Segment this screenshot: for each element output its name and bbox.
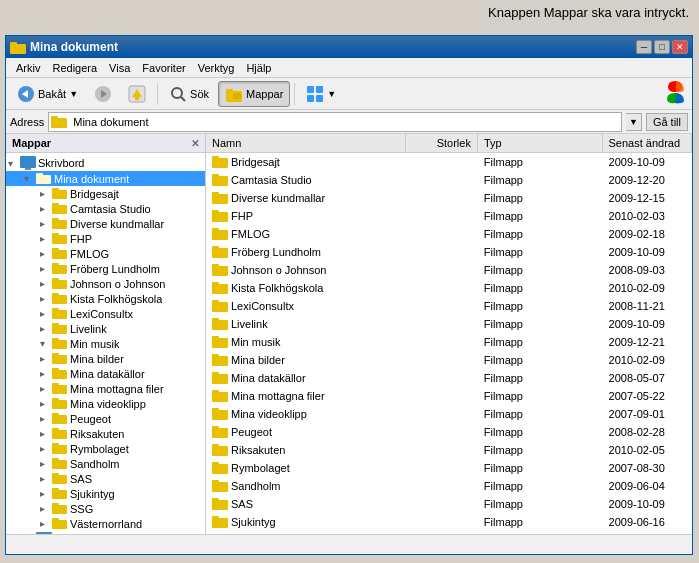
folders-button[interactable]: Mappar [218,81,290,107]
col-header-name[interactable]: Namn [206,134,406,152]
tree-item[interactable]: ▸ Mina mottagna filer [6,381,205,396]
tree-item[interactable]: ▸ FHP [6,231,205,246]
col-header-size[interactable]: Storlek [406,134,478,152]
tree-label: SAS [70,473,92,485]
address-dropdown[interactable]: ▼ [626,113,642,131]
file-type-cell: Filmapp [478,317,603,331]
file-row[interactable]: Fröberg Lundholm Filmapp 2009-10-09 [206,243,692,261]
tree-item[interactable]: ▸ Sjukintyg [6,486,205,501]
file-row[interactable]: Kista Folkhögskola Filmapp 2010-02-09 [206,279,692,297]
svg-rect-44 [52,308,59,312]
up-button[interactable] [121,81,153,107]
col-header-date[interactable]: Senast ändrad [603,134,692,152]
folder-icon [52,457,68,470]
tree-item[interactable]: ▸ Bridgesajt [6,186,205,201]
tree-item[interactable]: ▸ Fröberg Lundholm [6,261,205,276]
tree-container[interactable]: ▾ Skrivbord ▾ Mina dokument ▸ Bridgesajt… [6,153,205,534]
tree-item[interactable]: ▸ Mina datakällor [6,366,205,381]
file-name-cell: Peugeot [206,424,406,440]
menu-arkiv[interactable]: Arkiv [10,60,46,76]
file-date-cell: 2010-02-09 [603,281,692,295]
tree-item[interactable]: ▸ Västernorrland [6,516,205,531]
tree-item[interactable]: ▸ Mina videoklipp [6,396,205,411]
file-name-cell: Mina mottagna filer [206,388,406,404]
address-value[interactable]: Mina dokument [69,116,621,128]
tree-item[interactable]: ▾ Skrivbord [6,155,205,171]
menu-visa[interactable]: Visa [103,60,136,76]
file-row[interactable]: Mina bilder Filmapp 2010-02-09 [206,351,692,369]
tree-item[interactable]: ▸ Diverse kundmallar [6,216,205,231]
tree-item[interactable]: ▸ SAS [6,471,205,486]
tree-item[interactable]: ▸ Rymbolaget [6,441,205,456]
menu-favoriter[interactable]: Favoriter [136,60,191,76]
tree-item[interactable]: ▸ Mina bilder [6,351,205,366]
menu-verktyg[interactable]: Verktyg [192,60,241,76]
file-row[interactable]: Sandholm Filmapp 2009-06-04 [206,477,692,495]
expand-icon: ▸ [40,368,52,379]
tree-label: Mina datakällor [70,368,145,380]
maximize-button[interactable]: □ [654,40,670,54]
forward-button[interactable] [87,81,119,107]
col-header-type[interactable]: Typ [478,134,603,152]
tree-item[interactable]: ▸ Kista Folkhögskola [6,291,205,306]
file-row[interactable]: Diverse kundmallar Filmapp 2009-12-15 [206,189,692,207]
minimize-button[interactable]: ─ [636,40,652,54]
expand-icon: ▸ [40,323,52,334]
menu-hjälp[interactable]: Hjälp [240,60,277,76]
file-row[interactable]: Peugeot Filmapp 2008-02-28 [206,423,692,441]
tree-label: Riksakuten [70,428,124,440]
file-row[interactable]: Johnson o Johnson Filmapp 2008-09-03 [206,261,692,279]
expand-icon: ▸ [40,278,52,289]
file-size-cell [406,341,478,343]
views-button[interactable]: ▼ [299,81,343,107]
file-row[interactable]: FMLOG Filmapp 2009-02-18 [206,225,692,243]
toolbar: Bakåt ▼ Sök [6,78,692,110]
file-type-cell: Filmapp [478,335,603,349]
file-row[interactable]: Min musik Filmapp 2009-12-21 [206,333,692,351]
file-row[interactable]: Livelink Filmapp 2009-10-09 [206,315,692,333]
file-row[interactable]: Camtasia Studio Filmapp 2009-12-20 [206,171,692,189]
tree-item[interactable]: ▸ LexiConsultx [6,306,205,321]
file-type-cell: Filmapp [478,263,603,277]
tree-label: Johnson o Johnson [70,278,165,290]
address-folder-icon [51,114,69,130]
file-row[interactable]: Mina mottagna filer Filmapp 2007-05-22 [206,387,692,405]
file-row[interactable]: Mina datakällor Filmapp 2008-05-07 [206,369,692,387]
file-row[interactable]: SAS Filmapp 2009-10-09 [206,495,692,513]
search-button[interactable]: Sök [162,81,216,107]
tree-item[interactable]: ▾ Min musik [6,336,205,351]
svg-rect-54 [52,383,59,387]
tree-item[interactable]: ▸ Johnson o Johnson [6,276,205,291]
tree-item[interactable]: ▸ SSG [6,501,205,516]
file-row[interactable]: Rymbolaget Filmapp 2007-08-30 [206,459,692,477]
tree-label: Min musik [70,338,120,350]
svg-rect-19 [316,95,323,102]
file-row[interactable]: Mina videoklipp Filmapp 2007-09-01 [206,405,692,423]
tree-item[interactable]: ▸ Livelink [6,321,205,336]
views-icon [306,85,324,103]
folder-icon [52,367,68,380]
panel-close-button[interactable]: ✕ [191,138,199,149]
file-row[interactable]: FHP Filmapp 2010-02-03 [206,207,692,225]
file-type-cell: Filmapp [478,407,603,421]
tree-item[interactable]: ▸ Peugeot [6,411,205,426]
file-type-cell: Filmapp [478,281,603,295]
file-row[interactable]: Bridgesajt Filmapp 2009-10-09 [206,153,692,171]
close-button[interactable]: ✕ [672,40,688,54]
tree-item[interactable]: ▸ Sandholm [6,456,205,471]
menu-redigera[interactable]: Redigera [46,60,103,76]
goto-button[interactable]: Gå till [646,113,688,131]
file-type-cell: Filmapp [478,227,603,241]
file-row[interactable]: LexiConsultx Filmapp 2008-11-21 [206,297,692,315]
back-button[interactable]: Bakåt ▼ [10,81,85,107]
tree-item[interactable]: ▾ Mina dokument [6,171,205,186]
tree-item[interactable]: ▸ Camtasia Studio [6,201,205,216]
file-list[interactable]: Bridgesajt Filmapp 2009-10-09 Camtasia S… [206,153,692,534]
expand-icon: ▸ [40,473,52,484]
svg-rect-32 [52,218,59,222]
tree-item[interactable]: ▸ Riksakuten [6,426,205,441]
file-date-cell: 2009-10-09 [603,245,692,259]
tree-item[interactable]: ▸ FMLOG [6,246,205,261]
file-row[interactable]: Sjukintyg Filmapp 2009-06-16 [206,513,692,531]
file-row[interactable]: Riksakuten Filmapp 2010-02-05 [206,441,692,459]
